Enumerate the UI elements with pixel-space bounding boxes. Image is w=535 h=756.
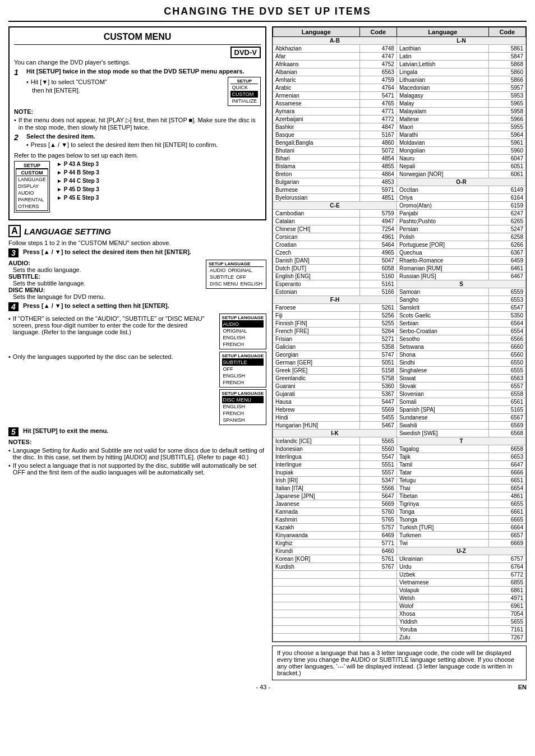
lang-name-right: Rhaeto-Romance xyxy=(396,257,488,265)
lang-name-right: Marathi xyxy=(396,131,488,139)
audio-lang-screen: SETUP LANGUAGE AUDIO ORIGINAL ENGLISH FR… xyxy=(219,314,266,349)
lang-code-left: 6058 xyxy=(359,265,396,273)
lang-code-right: 6051 xyxy=(488,163,525,170)
lang-name-left: Czech xyxy=(273,249,360,257)
lang-code-right: 7054 xyxy=(488,610,525,618)
lang-name-left: Armenian xyxy=(273,92,360,100)
dvd-badge-text: DVD-V xyxy=(230,47,261,58)
lang-code-left xyxy=(359,610,396,618)
lang-code-right: 6568 xyxy=(488,430,525,437)
lang-code-left: 5757 xyxy=(359,524,396,532)
lang-code-right: 6563 xyxy=(488,375,525,382)
lang-code-left: 5367 xyxy=(359,390,396,398)
lang-name-left: Fiji xyxy=(273,312,360,320)
lang-name-right: Swedish [SWE] xyxy=(396,430,488,437)
step-1: 1 Hit [SETUP] twice in the stop mode so … xyxy=(14,68,261,106)
lang-code-left: 5158 xyxy=(359,367,396,375)
step5-num: 5 xyxy=(8,427,19,436)
lang-code-left: 5160 xyxy=(359,273,396,280)
lang-code-left: 5255 xyxy=(359,320,396,328)
lang-code-left: 5167 xyxy=(359,131,396,139)
lang-name-left: Estonian xyxy=(273,288,360,296)
lang-name-left: Frisian xyxy=(273,335,360,343)
lang-code-right: 6666 xyxy=(488,469,525,477)
lang-name-right: Slovak xyxy=(396,382,488,390)
dvd-badge: DVD-V xyxy=(14,48,261,57)
lang-name-left: Bislama xyxy=(273,163,360,170)
lang-name-left: French [FRE] xyxy=(273,328,360,335)
lang-name-right: Serbo-Croatian xyxy=(396,328,488,335)
lang-name-left: Hindi xyxy=(273,414,360,422)
lang-code-left: 5551 xyxy=(359,461,396,469)
page-container: CHANGING THE DVD SET UP ITEMS CUSTOM MEN… xyxy=(0,0,535,696)
lang-code-right: 6554 xyxy=(488,328,525,335)
lang-code-right: 6661 xyxy=(488,508,525,516)
lang-name-left xyxy=(273,579,360,587)
section-a-letter: A xyxy=(8,225,21,237)
step4-content: • If "OTHER" is selected on the "AUDIO",… xyxy=(8,314,266,349)
lang-code-left: 4961 xyxy=(359,233,396,241)
lang-code-left: 5647 xyxy=(359,492,396,500)
lang-name-left: Danish [DAN] xyxy=(273,257,360,265)
lang-name-left: Byelorussian xyxy=(273,194,360,202)
col4-header: Code xyxy=(488,27,525,37)
lang-code-left: 4747 xyxy=(359,53,396,61)
lang-name-right: Latvian;Lettish xyxy=(396,61,488,68)
lang-code-right: 6566 xyxy=(488,335,525,343)
right-divider: O-R xyxy=(396,178,525,186)
bullet1b: then hit [ENTER]. xyxy=(26,87,220,94)
lang-name-left: Kirghiz xyxy=(273,540,360,547)
content-area: CUSTOM MENU DVD-V You can change the DVD… xyxy=(8,26,527,680)
lang-code-left: 4855 xyxy=(359,163,396,170)
lang-code-right: 6559 xyxy=(488,288,525,296)
section-a-title: LANGUAGE SETTING xyxy=(24,227,111,236)
lang-code-left: 5759 xyxy=(359,210,396,218)
lang-code-right: 6861 xyxy=(488,587,525,594)
lang-code-right: 6567 xyxy=(488,414,525,422)
step4-bullet1: • If "OTHER" is selected on the "AUDIO",… xyxy=(8,315,211,335)
lang-name-left: Faroese xyxy=(273,304,360,312)
lang-code-left xyxy=(359,594,396,602)
lang-name-right: Nauru xyxy=(396,155,488,163)
lang-name-left: Kazakh xyxy=(273,524,360,532)
lang-name-left: Arabic xyxy=(273,84,360,92)
lang-name-left: Albanian xyxy=(273,68,360,76)
lang-name-right: Zulu xyxy=(396,634,488,642)
lang-name-left: Bashkir xyxy=(273,123,360,131)
lang-code-right: 6560 xyxy=(488,351,525,359)
lang-code-left xyxy=(359,579,396,587)
right-divider: S xyxy=(396,280,525,288)
lang-code-right: 6658 xyxy=(488,445,525,453)
lang-code-right: 6061 xyxy=(488,170,525,178)
lang-name-right: Oromo(Afan) xyxy=(396,202,488,210)
lang-code-left: 7254 xyxy=(359,225,396,233)
lang-name-right: Tamil xyxy=(396,461,488,469)
lang-code-left: 5569 xyxy=(359,406,396,414)
left-panel: CUSTOM MENU DVD-V You can change the DVD… xyxy=(8,26,266,680)
audio-section: AUDIO: Sets the audio language. SUBTITLE… xyxy=(8,260,266,300)
lang-name-right: Panjabi xyxy=(396,210,488,218)
lang-code-right: 6553 xyxy=(488,296,525,304)
inline-screens2: SETUP LANGUAGE SUBTITLE OFF ENGLISH FREN… xyxy=(215,352,266,425)
lang-name-left: Bihari xyxy=(273,155,360,163)
lang-code-left: 6460 xyxy=(359,547,396,555)
lang-code-right: 7161 xyxy=(488,626,525,634)
lang-name-left: Dutch [DUT] xyxy=(273,265,360,273)
arrow-row-d: ► P 45 D Step 3 xyxy=(57,186,99,192)
lang-name-right: Polish xyxy=(396,233,488,241)
lang-name-left: Korean [KOR] xyxy=(273,555,360,563)
lang-name-left: Bhutani xyxy=(273,147,360,155)
step2-num: 2 xyxy=(14,133,22,142)
section-a-heading: A LANGUAGE SETTING xyxy=(8,225,266,237)
intro-text: You can change the DVD player's settings… xyxy=(14,59,261,66)
col1-header: Language xyxy=(273,27,360,37)
lang-name-right: Pashto;Pushto xyxy=(396,218,488,225)
lang-code-left: 5271 xyxy=(359,335,396,343)
lang-code-left: 5761 xyxy=(359,555,396,563)
lang-code-left: 5765 xyxy=(359,516,396,524)
lang-name-right: Urdu xyxy=(396,563,488,571)
lang-name-right: Laothian xyxy=(396,45,488,53)
lang-name-right: Oriya xyxy=(396,194,488,202)
lang-code-right: 4861 xyxy=(488,492,525,500)
main-title: CHANGING THE DVD SET UP ITEMS xyxy=(8,6,527,22)
